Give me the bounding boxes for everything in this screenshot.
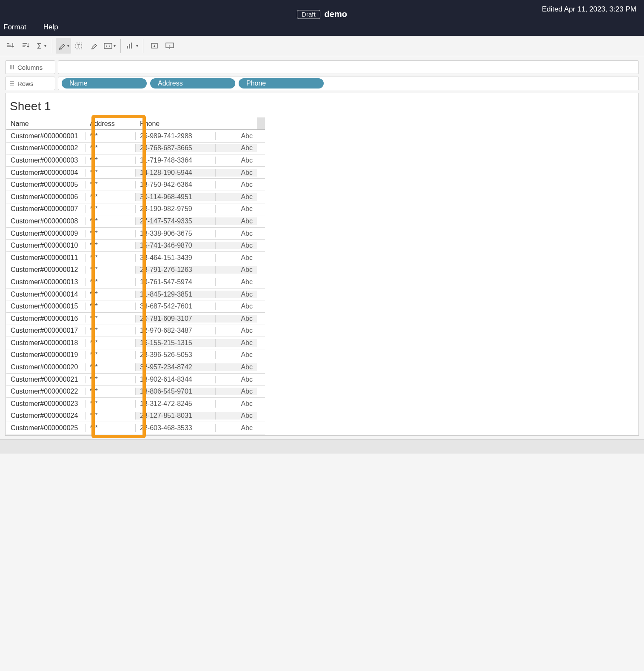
cell-address: *** xyxy=(85,242,136,249)
columns-shelf-label[interactable]: Columns xyxy=(5,60,55,74)
cell-address: *** xyxy=(85,363,136,371)
menu-format[interactable]: Format xyxy=(0,21,30,33)
cell-address: *** xyxy=(85,339,136,347)
columns-text: Columns xyxy=(17,64,43,71)
column-header-address[interactable]: Address xyxy=(85,117,136,129)
cell-address: *** xyxy=(85,169,136,177)
sort-asc-icon xyxy=(6,42,14,50)
columns-shelf: Columns xyxy=(5,60,639,74)
column-header-measure xyxy=(216,117,257,129)
totals-button[interactable]: ▾ xyxy=(33,38,48,54)
cell-marker: Abc xyxy=(216,351,257,359)
sort-asc-button[interactable] xyxy=(3,38,18,54)
cell-phone: 12-970-682-3487 xyxy=(136,327,216,334)
cell-phone: 20-781-609-3107 xyxy=(136,315,216,323)
cell-phone: 27-147-574-9335 xyxy=(136,217,216,225)
cell-phone: 18-338-906-3675 xyxy=(136,230,216,237)
cell-name: Customer#000000003 xyxy=(6,157,85,164)
cell-phone: 11-845-129-3851 xyxy=(136,291,216,298)
cell-name: Customer#000000023 xyxy=(6,400,85,408)
cell-address: *** xyxy=(85,193,136,201)
table-row[interactable]: Customer#000000010***15-741-346-9870Abc xyxy=(6,240,265,252)
cell-address: *** xyxy=(85,157,136,164)
columns-icon xyxy=(9,64,15,70)
present-button[interactable] xyxy=(162,38,177,54)
svg-text:T: T xyxy=(77,43,80,49)
table-row[interactable]: Customer#000000014***11-845-129-3851Abc xyxy=(6,288,265,301)
shelves: Columns Rows Name Address Phone xyxy=(0,56,644,93)
cell-address: *** xyxy=(85,132,136,140)
table-row[interactable]: Customer#000000015***33-687-542-7601Abc xyxy=(6,300,265,313)
table-row[interactable]: Customer#000000005***13-750-942-6364Abc xyxy=(6,179,265,191)
table-row[interactable]: Customer#000000006***30-114-968-4951Abc xyxy=(6,191,265,203)
download-button[interactable] xyxy=(147,38,162,54)
cell-phone: 33-464-151-3439 xyxy=(136,254,216,262)
cell-marker: Abc xyxy=(216,242,257,249)
worksheet: Sheet 1 Name Address Phone Customer#0000… xyxy=(5,93,639,436)
columns-shelf-track[interactable] xyxy=(58,60,639,74)
table-row[interactable]: Customer#000000017***12-970-682-3487Abc xyxy=(6,325,265,337)
cell-phone: 15-741-346-9870 xyxy=(136,242,216,249)
cell-phone: 30-114-968-4951 xyxy=(136,193,216,201)
document-title: demo xyxy=(325,9,347,19)
table-row[interactable]: Customer#000000003***11-719-748-3364Abc xyxy=(6,154,265,167)
column-header-phone[interactable]: Phone xyxy=(136,117,216,129)
cell-address: *** xyxy=(85,376,136,383)
table-row[interactable]: Customer#000000009***18-338-906-3675Abc xyxy=(6,228,265,240)
table-row[interactable]: Customer#000000019***28-396-526-5053Abc xyxy=(6,349,265,362)
cell-marker: Abc xyxy=(216,157,257,164)
cell-phone: 13-312-472-8245 xyxy=(136,400,216,408)
table-row[interactable]: Customer#000000023***13-312-472-8245Abc xyxy=(6,398,265,410)
format-paint-button[interactable] xyxy=(86,38,102,54)
table-row[interactable]: Customer#000000021***18-902-614-8344Abc xyxy=(6,374,265,386)
rows-shelf-label[interactable]: Rows xyxy=(5,77,55,90)
chevron-down-icon: ▾ xyxy=(67,43,69,48)
text-label-button[interactable]: T xyxy=(71,38,86,54)
cell-marker: Abc xyxy=(216,230,257,237)
show-me-button[interactable]: ▾ xyxy=(124,38,140,54)
table-row[interactable]: Customer#000000001***25-989-741-2988Abc xyxy=(6,130,265,143)
highlight-icon xyxy=(58,42,66,50)
pill-name[interactable]: Name xyxy=(62,78,147,89)
cell-address: *** xyxy=(85,303,136,310)
table-row[interactable]: Customer#000000025***22-603-468-3533Abc xyxy=(6,422,265,434)
cell-marker: Abc xyxy=(216,303,257,310)
highlight-button[interactable]: ▾ xyxy=(56,38,71,54)
table-row[interactable]: Customer#000000012***23-791-276-1263Abc xyxy=(6,264,265,277)
cell-phone: 14-128-190-5944 xyxy=(136,169,216,177)
table-row[interactable]: Customer#000000004***14-128-190-5944Abc xyxy=(6,167,265,179)
table-row[interactable]: Customer#000000024***23-127-851-8031Abc xyxy=(6,410,265,423)
cell-address: *** xyxy=(85,400,136,408)
rows-shelf-track[interactable]: Name Address Phone xyxy=(58,77,639,90)
cell-marker: Abc xyxy=(216,291,257,298)
sort-desc-button[interactable] xyxy=(18,38,33,54)
cell-name: Customer#000000018 xyxy=(6,339,85,347)
table-row[interactable]: Customer#000000018***16-155-215-1315Abc xyxy=(6,337,265,349)
cell-address: *** xyxy=(85,230,136,237)
table-row[interactable]: Customer#000000020***32-957-234-8742Abc xyxy=(6,361,265,374)
cell-address: *** xyxy=(85,412,136,420)
fit-button[interactable]: ▾ xyxy=(102,38,117,54)
cell-address: *** xyxy=(85,351,136,359)
table-row[interactable]: Customer#000000016***20-781-609-3107Abc xyxy=(6,313,265,325)
cell-name: Customer#000000016 xyxy=(6,315,85,323)
table-row[interactable]: Customer#000000022***13-806-545-9701Abc xyxy=(6,385,265,398)
cell-phone: 22-603-468-3533 xyxy=(136,424,216,432)
cell-marker: Abc xyxy=(216,217,257,225)
title-bar: Draft demo Format Help Edited Apr 11, 20… xyxy=(0,0,644,36)
cell-phone: 13-750-942-6364 xyxy=(136,181,216,188)
pill-phone[interactable]: Phone xyxy=(239,78,324,89)
table-row[interactable]: Customer#000000008***27-147-574-9335Abc xyxy=(6,215,265,228)
column-header-name[interactable]: Name xyxy=(6,117,85,129)
chevron-down-icon: ▾ xyxy=(114,43,116,48)
cell-phone: 16-155-215-1315 xyxy=(136,339,216,347)
menu-help[interactable]: Help xyxy=(40,21,62,33)
table-row[interactable]: Customer#000000007***28-190-982-9759Abc xyxy=(6,203,265,216)
table-row[interactable]: Customer#000000011***33-464-151-3439Abc xyxy=(6,252,265,264)
table-row[interactable]: Customer#000000002***23-768-687-3665Abc xyxy=(6,143,265,155)
rows-shelf: Rows Name Address Phone xyxy=(5,77,639,90)
cell-phone: 13-806-545-9701 xyxy=(136,388,216,395)
pill-address[interactable]: Address xyxy=(150,78,235,89)
sheet-title[interactable]: Sheet 1 xyxy=(6,100,638,117)
table-row[interactable]: Customer#000000013***13-761-547-5974Abc xyxy=(6,276,265,288)
